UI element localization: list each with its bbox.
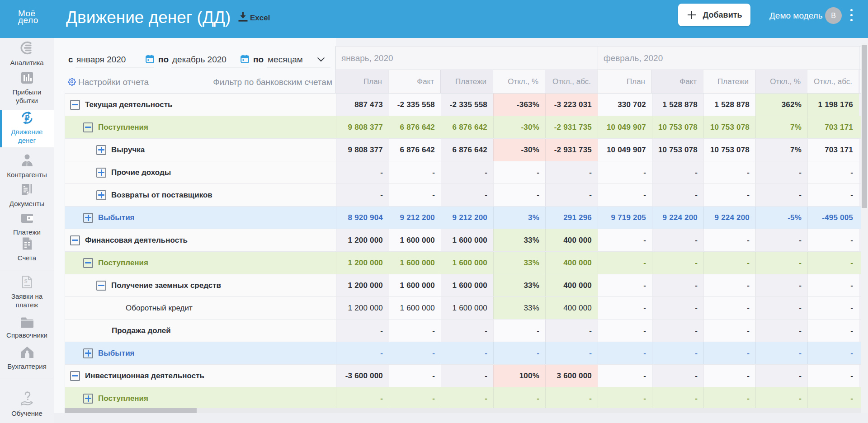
svg-text:S: S bbox=[24, 277, 27, 284]
svg-text:₽: ₽ bbox=[24, 114, 29, 123]
